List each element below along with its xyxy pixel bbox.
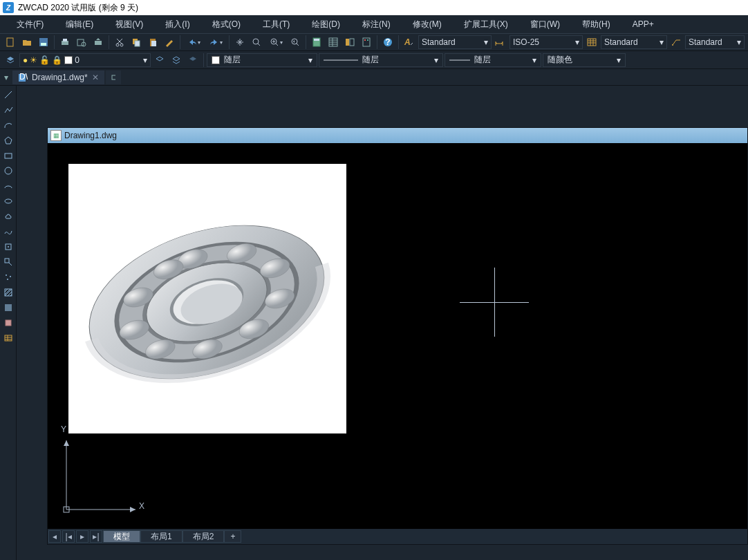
hatch-icon[interactable]: [2, 286, 15, 299]
tab-last-icon[interactable]: ▸|: [90, 530, 102, 543]
properties-icon[interactable]: [326, 35, 341, 50]
menu-dimension[interactable]: 标注(N): [351, 19, 402, 30]
layout-tab-2[interactable]: 布局2: [183, 530, 225, 543]
text-style-icon[interactable]: A: [402, 35, 417, 50]
print-icon[interactable]: [57, 35, 73, 50]
plotstyle-combo[interactable]: 随颜色 ▾: [543, 53, 626, 67]
block-icon[interactable]: [2, 241, 15, 253]
tab-next-icon[interactable]: ▸: [76, 530, 88, 543]
cut-icon[interactable]: [112, 35, 127, 50]
svg-rect-22: [363, 38, 370, 46]
undo-icon[interactable]: ▾: [183, 35, 204, 50]
gradient-icon[interactable]: [2, 301, 15, 314]
print-preview-icon[interactable]: [74, 35, 89, 50]
tool-palette-icon[interactable]: [359, 35, 374, 50]
chevron-down-icon: ▾: [143, 55, 147, 65]
chevron-down-icon: ▾: [532, 55, 536, 65]
dim-style-icon[interactable]: [493, 35, 508, 50]
add-tab-button[interactable]: [106, 71, 121, 84]
revcloud-icon[interactable]: [2, 210, 15, 223]
menu-edit[interactable]: 编辑(E): [55, 19, 104, 30]
insert-block-icon[interactable]: [2, 256, 15, 268]
menu-window[interactable]: 窗口(W): [519, 19, 571, 30]
rectangle-icon[interactable]: [2, 149, 15, 162]
color-value: 随层: [224, 54, 241, 66]
color-combo[interactable]: 随层 ▾: [207, 53, 317, 67]
layout-tab-label: 布局1: [151, 531, 172, 543]
lineweight-value: 随层: [474, 54, 491, 66]
menu-insert[interactable]: 插入(I): [154, 19, 200, 30]
zoom-prev-icon[interactable]: [288, 35, 303, 50]
menu-format[interactable]: 格式(O): [201, 19, 252, 30]
table-style-combo[interactable]: Standard▾: [601, 35, 667, 49]
layer-state-icon[interactable]: [169, 53, 184, 68]
layer-combo[interactable]: ● ☀ 🔓 🔒 0 ▾: [19, 53, 151, 67]
tab-menu-icon[interactable]: ▾: [1, 73, 11, 82]
zoom-realtime-icon[interactable]: [249, 35, 264, 50]
mleader-style-combo[interactable]: Standard▾: [685, 35, 745, 49]
ellipse-arc-icon[interactable]: [2, 180, 15, 192]
paste-icon[interactable]: [145, 35, 160, 50]
drawing-canvas[interactable]: Y X: [48, 143, 747, 529]
match-prop-icon[interactable]: [162, 35, 177, 50]
axis-x-label: X: [139, 501, 144, 511]
calc-icon[interactable]: [309, 35, 324, 50]
copy-icon[interactable]: [129, 35, 144, 50]
mleader-style-icon[interactable]: [668, 35, 684, 50]
table-icon[interactable]: [2, 332, 15, 344]
circle-icon[interactable]: [2, 165, 15, 177]
menu-view[interactable]: 视图(V): [104, 19, 154, 30]
lineweight-combo[interactable]: 随层 ▾: [445, 53, 541, 67]
svg-rect-11: [135, 41, 140, 46]
chevron-down-icon: ▾: [660, 37, 664, 47]
menu-file[interactable]: 文件(F): [6, 19, 55, 30]
layout-tab-model[interactable]: 模型: [103, 530, 140, 543]
line-icon[interactable]: [2, 88, 15, 101]
close-icon[interactable]: ✕: [92, 73, 99, 82]
menu-express[interactable]: 扩展工具(X): [453, 19, 519, 30]
menu-modify[interactable]: 修改(M): [402, 19, 453, 30]
plus-icon: +: [230, 532, 235, 541]
polyline-icon[interactable]: [2, 104, 15, 116]
polygon-icon[interactable]: [2, 134, 15, 147]
dim-style-combo[interactable]: ISO-25▾: [509, 35, 583, 49]
document-tab[interactable]: DWG Drawing1.dwg* ✕: [12, 71, 104, 84]
layer-iso-icon[interactable]: [185, 53, 200, 68]
pan-icon[interactable]: [232, 35, 247, 50]
tab-prev-icon[interactable]: |◂: [62, 530, 75, 543]
zoom-window-icon[interactable]: ▾: [265, 35, 286, 50]
publish-icon[interactable]: [91, 35, 106, 50]
layout-tab-1[interactable]: 布局1: [140, 530, 183, 543]
svg-rect-34: [112, 75, 115, 80]
layout-tab-add[interactable]: +: [224, 530, 241, 543]
menu-app[interactable]: APP+: [621, 19, 665, 29]
menu-help[interactable]: 帮助(H): [571, 19, 621, 30]
chevron-down-icon: ▾: [434, 55, 438, 65]
region-icon[interactable]: [2, 317, 15, 329]
point-icon[interactable]: [2, 271, 15, 283]
title-bar: Z ZWCAD 2020 试用版 (剩余 9 天): [0, 0, 748, 15]
svg-rect-28: [588, 39, 596, 46]
layout-tab-label: 布局2: [193, 531, 214, 543]
tab-first-icon[interactable]: ◂: [48, 530, 61, 543]
document-window: ▦ Drawing1.dwg: [47, 127, 748, 545]
arc-icon[interactable]: [2, 119, 15, 131]
text-style-combo[interactable]: Standard▾: [418, 35, 492, 49]
layer-manager-icon[interactable]: [3, 53, 18, 68]
design-center-icon[interactable]: [342, 35, 357, 50]
ellipse-icon[interactable]: [2, 195, 15, 207]
redo-icon[interactable]: ▾: [205, 35, 226, 50]
linetype-combo[interactable]: 随层 ▾: [319, 53, 443, 67]
layer-toolbar: ● ☀ 🔓 🔒 0 ▾ 随层 ▾ 随层 ▾ 随层 ▾ 随颜色 ▾: [0, 51, 748, 69]
menu-tools[interactable]: 工具(T): [252, 19, 301, 30]
new-icon[interactable]: [3, 35, 18, 50]
save-icon[interactable]: [36, 35, 51, 50]
dwg-icon: DWG: [18, 73, 28, 82]
help-icon[interactable]: ?: [380, 35, 395, 50]
open-icon[interactable]: [19, 35, 35, 50]
document-titlebar[interactable]: ▦ Drawing1.dwg: [48, 128, 747, 143]
spline-icon[interactable]: [2, 225, 15, 238]
table-style-icon[interactable]: [584, 35, 599, 50]
menu-draw[interactable]: 绘图(D): [301, 19, 351, 30]
layer-prev-icon[interactable]: [152, 53, 167, 68]
